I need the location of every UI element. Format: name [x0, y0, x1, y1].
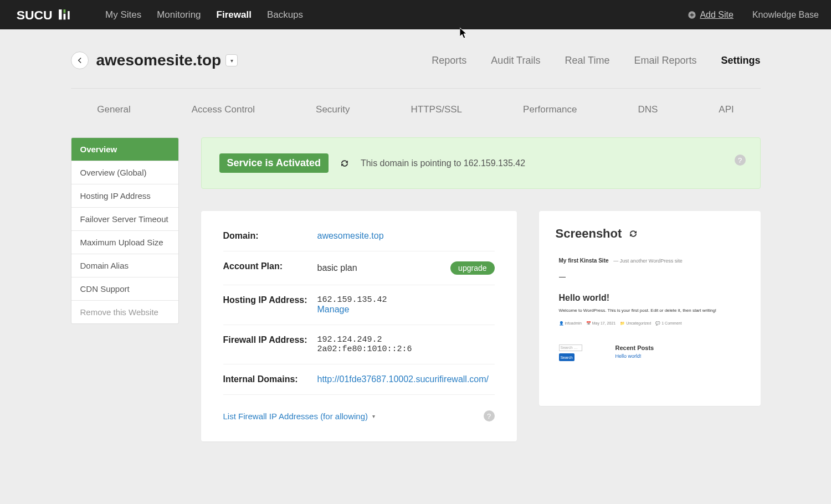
- firewall-ip-v6: 2a02:fe80:1010::2:6: [317, 344, 495, 354]
- info-card: Domain: awesomesite.top Account Plan: ba…: [201, 211, 517, 441]
- svg-rect-1: [59, 9, 61, 19]
- upgrade-button[interactable]: upgrade: [450, 261, 494, 275]
- internal-domains-label: Internal Domains:: [223, 374, 317, 384]
- chevron-down-icon: ▾: [230, 58, 233, 64]
- preview-meta: 👤 infoadmin 📅 May 17, 2021 📁 Uncategoriz…: [559, 321, 741, 326]
- sidebar-item-overview[interactable]: Overview: [71, 138, 178, 161]
- plan-label: Account Plan:: [223, 261, 317, 271]
- top-nav: SUCU I My Sites Monitoring Firewall Back…: [0, 0, 831, 29]
- preview-site-title: My first Kinsta Site: [559, 258, 609, 264]
- nav-links: My Sites Monitoring Firewall Backups: [105, 9, 303, 20]
- refresh-icon[interactable]: [340, 158, 350, 168]
- nav-my-sites[interactable]: My Sites: [105, 9, 141, 20]
- domain-dropdown[interactable]: ▾: [225, 54, 238, 66]
- refresh-icon[interactable]: [628, 229, 638, 239]
- page-header: awesomesite.top ▾ Reports Audit Trails R…: [71, 52, 761, 89]
- add-site-label: Add Site: [700, 10, 733, 20]
- sidebar-item-failover[interactable]: Failover Server Timeout: [71, 208, 178, 231]
- domain-title: awesomesite.top: [96, 52, 222, 69]
- list-firewall-ips-label: List Firewall IP Addresses (for allowing…: [223, 412, 368, 421]
- knowledge-base-link[interactable]: Knowledge Base: [752, 10, 819, 20]
- arrow-left-icon: [76, 56, 84, 64]
- plus-circle-icon: [688, 11, 696, 19]
- tab-settings[interactable]: Settings: [721, 55, 760, 66]
- nav-firewall[interactable]: Firewall: [217, 9, 252, 20]
- back-button[interactable]: [71, 52, 89, 69]
- svg-text:I: I: [67, 8, 70, 22]
- help-icon[interactable]: ?: [735, 155, 746, 166]
- preview-tagline: — Just another WordPress site: [613, 258, 682, 264]
- domain-link[interactable]: awesomesite.top: [317, 231, 384, 240]
- help-icon[interactable]: ?: [484, 410, 495, 421]
- subtab-dns[interactable]: DNS: [638, 104, 658, 115]
- sidebar-item-cdn-support[interactable]: CDN Support: [71, 277, 178, 301]
- preview-recent-link: Hello world!: [615, 353, 654, 359]
- settings-sidebar: Overview Overview (Global) Hosting IP Ad…: [71, 137, 179, 324]
- subtab-access-control[interactable]: Access Control: [192, 104, 255, 115]
- screenshot-card: Screenshot My first Kinsta Site — Just a…: [539, 211, 761, 406]
- firewall-ip-v4: 192.124.249.2: [317, 335, 495, 344]
- settings-subtabs: General Access Control Security HTTPS/SS…: [71, 89, 761, 137]
- svg-text:SUCU: SUCU: [17, 8, 53, 22]
- preview-search-button: Search: [559, 353, 574, 361]
- nav-backups[interactable]: Backups: [267, 9, 303, 20]
- subtab-https-ssl[interactable]: HTTPS/SSL: [411, 104, 463, 115]
- preview-recent-title: Recent Posts: [615, 344, 654, 351]
- preview-welcome: Welcome to WordPress. This is your first…: [559, 307, 741, 313]
- sidebar-item-domain-alias[interactable]: Domain Alias: [71, 254, 178, 277]
- nav-right: Add Site Knowledge Base: [688, 10, 819, 20]
- sidebar-item-remove-website[interactable]: Remove this Website: [71, 301, 178, 323]
- list-firewall-ips-link[interactable]: List Firewall IP Addresses (for allowing…: [223, 412, 376, 421]
- site-preview: My first Kinsta Site — Just another Word…: [556, 252, 744, 390]
- tab-reports[interactable]: Reports: [432, 55, 466, 66]
- subtab-general[interactable]: General: [97, 104, 130, 115]
- subtab-security[interactable]: Security: [316, 104, 350, 115]
- plan-value: basic plan: [317, 263, 357, 273]
- subtab-performance[interactable]: Performance: [523, 104, 577, 115]
- sidebar-item-overview-global[interactable]: Overview (Global): [71, 161, 178, 184]
- domain-label: Domain:: [223, 231, 317, 241]
- manage-link[interactable]: Manage: [317, 305, 350, 314]
- preview-heading: Hello world!: [559, 293, 741, 303]
- status-banner: Service is Activated This domain is poin…: [201, 137, 761, 189]
- firewall-ip-label: Firewall IP Address:: [223, 335, 317, 345]
- internal-domain-link[interactable]: http://01fde37687.10002.sucurifirewall.c…: [317, 374, 489, 384]
- status-text: This domain is pointing to 162.159.135.4…: [361, 158, 525, 168]
- svg-rect-3: [64, 13, 66, 19]
- chevron-down-icon: ▾: [372, 413, 375, 419]
- tab-real-time[interactable]: Real Time: [565, 55, 609, 66]
- logo[interactable]: SUCU I: [12, 6, 84, 24]
- add-site-link[interactable]: Add Site: [688, 10, 733, 20]
- status-badge: Service is Activated: [219, 153, 329, 173]
- page-tabs: Reports Audit Trails Real Time Email Rep…: [432, 55, 760, 66]
- svg-rect-2: [64, 9, 66, 13]
- tab-audit-trails[interactable]: Audit Trails: [491, 55, 540, 66]
- hosting-ip-value: 162.159.135.42: [317, 295, 495, 305]
- subtab-api[interactable]: API: [719, 104, 733, 115]
- tab-email-reports[interactable]: Email Reports: [634, 55, 696, 66]
- hosting-ip-label: Hosting IP Address:: [223, 295, 317, 305]
- screenshot-title: Screenshot: [556, 227, 622, 241]
- sidebar-item-hosting-ip[interactable]: Hosting IP Address: [71, 184, 178, 208]
- nav-monitoring[interactable]: Monitoring: [157, 9, 201, 20]
- preview-search-input: Search …: [559, 344, 582, 351]
- sidebar-item-max-upload[interactable]: Maximum Upload Size: [71, 231, 178, 254]
